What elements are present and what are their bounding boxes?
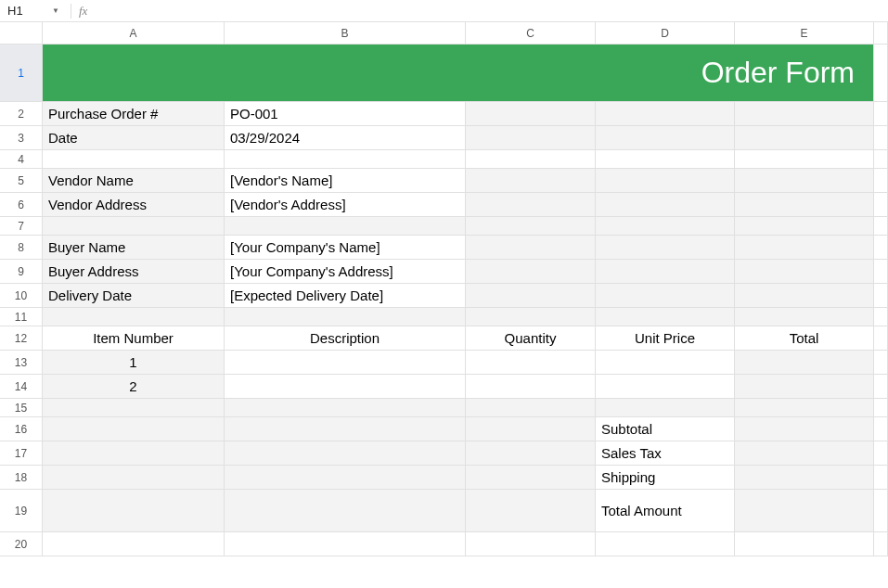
cell-C14[interactable]: [466, 375, 596, 399]
cell-D20[interactable]: [596, 532, 735, 556]
cell-F17[interactable]: [874, 441, 888, 466]
cell-B2[interactable]: PO-001: [225, 102, 466, 126]
cell-B6[interactable]: [Vendor's Address]: [225, 193, 466, 217]
cell-D4[interactable]: [596, 150, 735, 169]
header-description[interactable]: Description: [225, 326, 466, 351]
cell-A17[interactable]: [43, 441, 225, 466]
cell-D8[interactable]: [596, 236, 735, 260]
cell-D19[interactable]: Total Amount: [596, 490, 735, 532]
cell-C10[interactable]: [466, 284, 596, 308]
cell-E13[interactable]: [735, 351, 874, 375]
header-item-number[interactable]: Item Number: [43, 326, 225, 351]
cell-A14[interactable]: 2: [43, 375, 225, 399]
row-header-5[interactable]: 5: [0, 169, 43, 193]
row-header-1[interactable]: 1: [0, 45, 43, 102]
row-header-10[interactable]: 10: [0, 284, 43, 308]
cell-F16[interactable]: [874, 417, 888, 441]
cell-D18[interactable]: Shipping: [596, 466, 735, 490]
row-header-15[interactable]: 15: [0, 399, 43, 417]
cell-F2[interactable]: [874, 102, 888, 126]
cell-E20[interactable]: [735, 532, 874, 556]
row-header-4[interactable]: 4: [0, 150, 43, 169]
cell-A13[interactable]: 1: [43, 351, 225, 375]
cell-C19[interactable]: [466, 490, 596, 532]
cell-D6[interactable]: [596, 193, 735, 217]
cell-F4[interactable]: [874, 150, 888, 169]
cell-F9[interactable]: [874, 260, 888, 284]
cell-F15[interactable]: [874, 399, 888, 417]
cell-F7[interactable]: [874, 217, 888, 236]
cell-E17[interactable]: [735, 441, 874, 466]
cell-F10[interactable]: [874, 284, 888, 308]
row-header-11[interactable]: 11: [0, 308, 43, 326]
cell-C16[interactable]: [466, 417, 596, 441]
row-header-9[interactable]: 9: [0, 260, 43, 284]
chevron-down-icon[interactable]: ▼: [52, 6, 59, 15]
cell-B18[interactable]: [225, 466, 466, 490]
cell-A6[interactable]: Vendor Address: [43, 193, 225, 217]
row-header-14[interactable]: 14: [0, 375, 43, 399]
cell-B13[interactable]: [225, 351, 466, 375]
row-header-19[interactable]: 19: [0, 490, 43, 532]
cell-A20[interactable]: [43, 532, 225, 556]
col-header-extra[interactable]: [874, 22, 888, 45]
header-quantity[interactable]: Quantity: [466, 326, 596, 351]
cell-C11[interactable]: [466, 308, 596, 326]
cell-E18[interactable]: [735, 466, 874, 490]
cell-A4[interactable]: [43, 150, 225, 169]
cell-E3[interactable]: [735, 126, 874, 150]
cell-B10[interactable]: [Expected Delivery Date]: [225, 284, 466, 308]
cell-D14[interactable]: [596, 375, 735, 399]
cell-E2[interactable]: [735, 102, 874, 126]
cell-A3[interactable]: Date: [43, 126, 225, 150]
cell-E15[interactable]: [735, 399, 874, 417]
cell-D9[interactable]: [596, 260, 735, 284]
cell-A19[interactable]: [43, 490, 225, 532]
cell-D16[interactable]: Subtotal: [596, 417, 735, 441]
cell-A9[interactable]: Buyer Address: [43, 260, 225, 284]
cell-D11[interactable]: [596, 308, 735, 326]
cell-B11[interactable]: [225, 308, 466, 326]
cell-F12[interactable]: [874, 326, 888, 351]
cell-B4[interactable]: [225, 150, 466, 169]
cell-B20[interactable]: [225, 532, 466, 556]
cell-D15[interactable]: [596, 399, 735, 417]
col-header-A[interactable]: A: [43, 22, 225, 45]
cell-A18[interactable]: [43, 466, 225, 490]
select-all-corner[interactable]: [0, 22, 43, 45]
cell-A16[interactable]: [43, 417, 225, 441]
cell-E7[interactable]: [735, 217, 874, 236]
cell-C9[interactable]: [466, 260, 596, 284]
cell-B17[interactable]: [225, 441, 466, 466]
row-header-12[interactable]: 12: [0, 326, 43, 351]
cell-B14[interactable]: [225, 375, 466, 399]
cell-D2[interactable]: [596, 102, 735, 126]
row-header-7[interactable]: 7: [0, 217, 43, 236]
cell-F8[interactable]: [874, 236, 888, 260]
cell-C17[interactable]: [466, 441, 596, 466]
cell-F6[interactable]: [874, 193, 888, 217]
cell-A8[interactable]: Buyer Name: [43, 236, 225, 260]
cell-F1[interactable]: [874, 45, 888, 102]
cell-F20[interactable]: [874, 532, 888, 556]
cell-E14[interactable]: [735, 375, 874, 399]
cell-E19[interactable]: [735, 490, 874, 532]
cell-C18[interactable]: [466, 466, 596, 490]
cell-D10[interactable]: [596, 284, 735, 308]
cell-F18[interactable]: [874, 466, 888, 490]
cell-E5[interactable]: [735, 169, 874, 193]
title-cell[interactable]: Order Form: [43, 45, 874, 102]
cell-B5[interactable]: [Vendor's Name]: [225, 169, 466, 193]
cell-B3[interactable]: 03/29/2024: [225, 126, 466, 150]
cell-D17[interactable]: Sales Tax: [596, 441, 735, 466]
spreadsheet-grid[interactable]: A B C D E 1 Order Form 2 Purchase Order …: [0, 22, 888, 556]
cell-E9[interactable]: [735, 260, 874, 284]
cell-C6[interactable]: [466, 193, 596, 217]
cell-F13[interactable]: [874, 351, 888, 375]
header-total[interactable]: Total: [735, 326, 874, 351]
row-header-2[interactable]: 2: [0, 102, 43, 126]
cell-E6[interactable]: [735, 193, 874, 217]
cell-C13[interactable]: [466, 351, 596, 375]
row-header-13[interactable]: 13: [0, 351, 43, 375]
row-header-16[interactable]: 16: [0, 417, 43, 441]
